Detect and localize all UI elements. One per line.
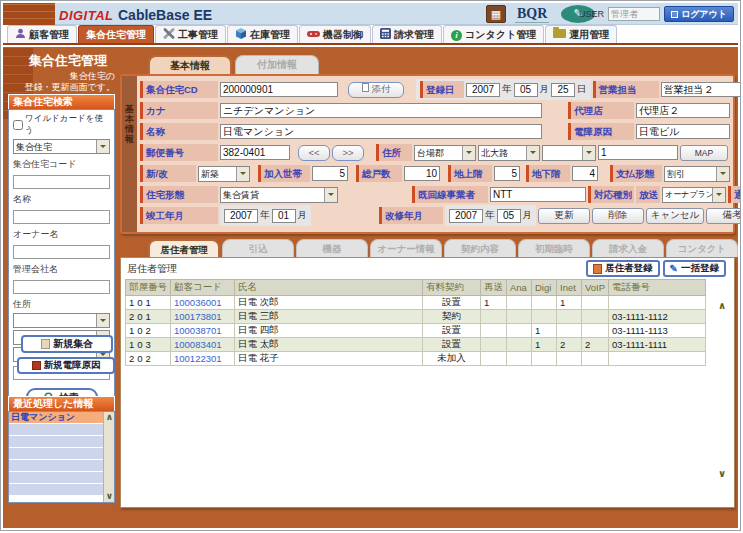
floors-above-input[interactable]	[494, 166, 520, 181]
name-input[interactable]	[13, 210, 110, 224]
customer-code-link[interactable]: 100173801	[171, 310, 235, 324]
postal-prev-button[interactable]: <<	[298, 145, 330, 161]
logout-icon	[671, 11, 678, 18]
regdate-day[interactable]	[551, 83, 575, 97]
customer-code-link[interactable]: 100036001	[171, 296, 235, 310]
scroll-down-icon[interactable]: ∨	[718, 468, 726, 479]
column-header-氏名: 氏名	[235, 280, 423, 296]
nav-tab-集合住宅管理[interactable]: 集合住宅管理	[78, 25, 154, 43]
shinkai-select[interactable]: 新築	[198, 166, 250, 182]
detail-tab-引込[interactable]: 引込	[222, 239, 294, 257]
detail-tab-機器[interactable]: 機器	[296, 239, 368, 257]
table-cell	[481, 352, 507, 366]
nav-tab-コンタクト管理[interactable]: iコンタクト管理	[443, 25, 544, 43]
cancel-button[interactable]: キャンセル	[646, 208, 704, 224]
search-type-select[interactable]: 集合住宅	[13, 139, 110, 154]
bqr-button[interactable]: BQR	[515, 6, 549, 23]
detail-tab-コンタクト[interactable]: コンタクト	[666, 239, 738, 257]
customer-code-link[interactable]: 100038701	[171, 324, 235, 338]
table-row[interactable]: 102100038701日電 四郎設置103-1111-1113	[126, 324, 706, 338]
address-city-select[interactable]: 北大路	[478, 145, 540, 161]
wildcard-checkbox[interactable]	[13, 120, 23, 130]
sidebar: 集合住宅管理 集合住宅の 登録・更新画面です。 集合住宅検索 ワイルドカードを使…	[3, 47, 120, 528]
new-failure-button[interactable]: 新規電障原因	[17, 357, 115, 374]
form-tab-付加情報[interactable]: 付加情報	[235, 55, 319, 74]
line-input[interactable]	[490, 187, 586, 202]
completion-month[interactable]	[272, 209, 296, 223]
scroll-down-icon[interactable]: ∨	[104, 491, 115, 502]
new-group-button[interactable]: 新規集合	[21, 335, 113, 353]
sidebar-address-select-1[interactable]	[13, 313, 110, 328]
attach-button[interactable]: 添付	[348, 82, 404, 98]
update-button[interactable]: 更新	[538, 208, 590, 224]
nav-tab-請求管理[interactable]: 請求管理	[372, 25, 442, 43]
nav-tab-label: 集合住宅管理	[86, 28, 146, 42]
regdate-year[interactable]	[466, 83, 500, 97]
payment-select[interactable]: 割引	[664, 166, 730, 182]
sidebar-title: 集合住宅管理	[29, 52, 107, 70]
bulk-register-button[interactable]: ✎ 一括登録	[663, 260, 726, 277]
remarks-button[interactable]: 備考	[706, 208, 741, 224]
nav-tab-工事管理[interactable]: 工事管理	[155, 25, 226, 43]
detail-tab-契約内容[interactable]: 契約内容	[444, 239, 516, 257]
postal-next-button[interactable]: >>	[332, 145, 364, 161]
floors-below-input[interactable]	[572, 166, 598, 181]
sidebar-subtitle: 集合住宅の 登録・更新画面です。	[25, 71, 115, 93]
floors-below-label: 地下階	[526, 165, 570, 182]
register-resident-button[interactable]: 居住者登録	[586, 260, 660, 277]
customer-code-link[interactable]: 100083401	[171, 338, 235, 352]
owner-input[interactable]	[13, 245, 110, 259]
detail-tab-居住者管理[interactable]: 居住者管理	[148, 239, 220, 257]
detail-tab-初期臨時[interactable]: 初期臨時	[518, 239, 590, 257]
failure-icon	[32, 361, 41, 370]
table-row[interactable]: 101100036001日電 次郎設置11	[126, 296, 706, 310]
detail-tab-オーナー情報[interactable]: オーナー情報	[370, 239, 442, 257]
column-header-顧客コード: 顧客コード	[171, 280, 235, 296]
code-input[interactable]	[220, 82, 338, 97]
delete-button[interactable]: 削除	[592, 208, 644, 224]
name-input[interactable]	[220, 124, 542, 139]
address-town-select[interactable]	[542, 145, 596, 161]
regdate-month[interactable]	[514, 83, 538, 97]
housing-select[interactable]: 集合賃貸	[220, 187, 338, 203]
households-input[interactable]	[312, 166, 348, 181]
scroll-up-icon[interactable]: ∧	[104, 412, 115, 423]
calendar-icon[interactable]: ▦	[486, 5, 506, 23]
map-button[interactable]: MAP	[680, 145, 728, 161]
company-label: 管理会社名	[13, 263, 110, 276]
units-label: 総戸数	[356, 165, 402, 182]
completion-year[interactable]	[224, 209, 258, 223]
customer-code-link[interactable]: 100122301	[171, 352, 235, 366]
kana-input[interactable]	[220, 103, 542, 118]
scroll-up-icon[interactable]: ∧	[718, 300, 726, 311]
recent-scrollbar[interactable]: ∧ ∨	[103, 412, 114, 502]
sales-input[interactable]	[661, 82, 742, 97]
logout-button[interactable]: ログアウト	[664, 6, 734, 22]
chevron-down-icon	[526, 146, 539, 160]
table-row[interactable]: 103100083401日電 太郎設置12203-1111-1111	[126, 338, 706, 352]
nav-tab-在庫管理[interactable]: 在庫管理	[227, 25, 298, 43]
nav-tab-運用管理[interactable]: 運用管理	[545, 25, 617, 43]
company-input[interactable]	[13, 280, 110, 294]
table-row[interactable]: 201100173801日電 三郎契約03-1111-1112	[126, 310, 706, 324]
renovation-month[interactable]	[497, 209, 521, 223]
postal-input[interactable]	[220, 145, 290, 160]
address-pref-select[interactable]: 台場郡	[414, 145, 476, 161]
units-input[interactable]	[404, 166, 440, 181]
nav-tab-顧客管理[interactable]: 顧客管理	[7, 25, 77, 43]
code-input[interactable]	[13, 175, 110, 189]
table-cell: 201	[126, 310, 171, 324]
address-number-input[interactable]	[598, 145, 678, 160]
address-label: 住所	[13, 298, 110, 311]
form-tab-基本情報[interactable]: 基本情報	[148, 55, 232, 74]
column-header-有料契約: 有料契約	[423, 280, 481, 296]
agency-input[interactable]	[636, 103, 730, 118]
table-row[interactable]: 202100122301日電 花子未加入	[126, 352, 706, 366]
detail-tab-請求入金[interactable]: 請求入金	[592, 239, 664, 257]
nav-tab-機器制御[interactable]: 機器制御	[299, 25, 371, 43]
broadcast-select[interactable]: オーナプラン	[662, 187, 726, 203]
user-input[interactable]	[608, 7, 660, 21]
recent-item[interactable]: 日電マンション	[9, 412, 103, 423]
renovation-year[interactable]	[449, 209, 483, 223]
failure-input[interactable]	[636, 124, 730, 139]
